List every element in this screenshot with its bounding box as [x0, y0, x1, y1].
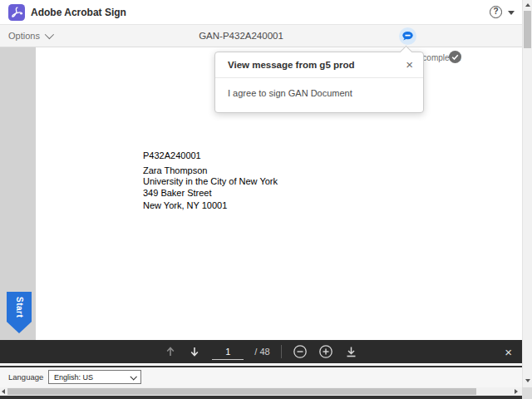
- document-title: GAN-P432A240001: [199, 31, 283, 41]
- message-bubble-icon[interactable]: [399, 27, 416, 45]
- chevron-down-icon: [45, 30, 54, 39]
- download-icon[interactable]: [344, 345, 358, 359]
- window-bottom-edge: [0, 396, 522, 399]
- address-line: 349 Baker Street: [143, 188, 278, 200]
- acrobat-sign-logo-icon: [8, 4, 25, 21]
- language-label: Language: [8, 367, 43, 387]
- page-number-input[interactable]: [212, 344, 244, 360]
- scroll-down-arrow-icon[interactable]: [525, 379, 530, 382]
- pdf-toolbar: / 48 ×: [0, 340, 522, 363]
- zoom-out-icon[interactable]: [293, 344, 308, 359]
- start-tab-label: Start: [15, 297, 24, 318]
- recipient-address-block: P432A240001 Zara Thompson University in …: [143, 150, 278, 212]
- top-app-bar: Adobe Acrobat Sign ?: [0, 0, 532, 25]
- address-line: University in the City of New York: [143, 176, 278, 188]
- app-title: Adobe Acrobat Sign: [31, 0, 126, 25]
- help-icon[interactable]: ?: [490, 6, 502, 18]
- pdf-toolbar-controls: / 48: [0, 340, 522, 363]
- language-bar: Language English: US: [0, 367, 522, 387]
- close-icon[interactable]: ×: [406, 57, 413, 73]
- vertical-scrollbar-thumb[interactable]: [524, 11, 531, 48]
- scroll-right-arrow-icon[interactable]: [515, 389, 518, 394]
- scrollbar-corner: [522, 387, 532, 399]
- options-label: Options: [8, 31, 40, 41]
- options-menu-button[interactable]: Options: [8, 25, 52, 47]
- document-nav-bar: Options GAN-P432A240001: [0, 25, 532, 47]
- popover-message: I agree to sign GAN Document: [228, 88, 352, 98]
- scroll-left-arrow-icon[interactable]: [2, 389, 5, 394]
- horizontal-scrollbar[interactable]: [0, 387, 522, 396]
- chevron-down-icon: [130, 373, 136, 380]
- horizontal-scrollbar-thumb[interactable]: [7, 388, 476, 395]
- address-line: Zara Thompson: [143, 165, 278, 177]
- previous-page-icon[interactable]: [164, 345, 177, 358]
- message-popover: View message from g5 prod × I agree to s…: [214, 52, 424, 113]
- language-select[interactable]: English: US: [48, 370, 141, 384]
- scroll-up-arrow-icon[interactable]: [525, 3, 530, 7]
- toolbar-divider: [281, 345, 282, 358]
- help-dropdown-caret-icon[interactable]: [508, 11, 515, 15]
- address-line: New York, NY 10001: [143, 200, 278, 212]
- next-page-icon[interactable]: [188, 345, 201, 358]
- popover-title: View message from g5 prod: [228, 60, 355, 70]
- toolbar-close-icon[interactable]: ×: [505, 340, 512, 363]
- page-total-label: / 48: [254, 347, 269, 357]
- check-circle-icon: [449, 51, 461, 63]
- popover-header: View message from g5 prod ×: [215, 52, 423, 78]
- language-selected-value: English: US: [54, 373, 93, 382]
- address-line: P432A240001: [143, 150, 278, 162]
- vertical-scrollbar[interactable]: [522, 0, 532, 387]
- zoom-in-icon[interactable]: [318, 344, 333, 359]
